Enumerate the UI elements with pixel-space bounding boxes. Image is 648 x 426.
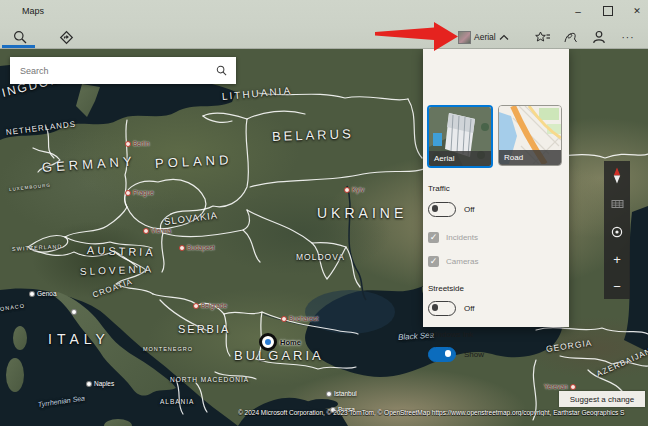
windows-ink-label: Windows Ink bbox=[428, 330, 473, 339]
account-button[interactable] bbox=[589, 27, 609, 47]
city-dot-icon bbox=[125, 190, 131, 196]
country-label: ALBANIA bbox=[160, 398, 194, 405]
aerial-view-option[interactable]: Aerial bbox=[427, 105, 493, 168]
favorites-button[interactable] bbox=[533, 27, 553, 47]
city-dot-icon bbox=[193, 303, 199, 309]
traffic-toggle[interactable] bbox=[428, 202, 456, 217]
city-label: Budapest bbox=[187, 244, 214, 251]
city-marker: Budapest bbox=[179, 244, 214, 251]
city-marker: Genoa bbox=[29, 290, 57, 297]
chevron-up-icon bbox=[499, 34, 509, 41]
incidents-checkbox-row[interactable]: ✓ Incidents bbox=[428, 232, 478, 243]
city-label: Naples bbox=[94, 380, 114, 387]
city-dot-icon bbox=[570, 384, 576, 390]
toolbar: Aerial ··· bbox=[0, 26, 648, 49]
city-marker: Berlin bbox=[125, 140, 150, 147]
city-marker: Belgrade bbox=[193, 302, 227, 309]
maximize-button[interactable] bbox=[593, 0, 623, 22]
locate-icon[interactable] bbox=[610, 225, 624, 239]
city-dot-icon bbox=[71, 309, 77, 315]
search-icon bbox=[13, 30, 27, 44]
title-bar: Maps bbox=[0, 0, 648, 26]
city-dot-icon bbox=[125, 141, 131, 147]
tilt-icon[interactable] bbox=[611, 199, 624, 209]
home-marker[interactable]: Home bbox=[259, 333, 301, 351]
map-views-flyout: Aerial Road Traffic Off ✓ Incidents ✓ Ca… bbox=[423, 48, 569, 327]
search-icon[interactable] bbox=[216, 65, 227, 76]
city-marker: Naples bbox=[86, 380, 114, 387]
aerial-thumbnail-label: Aerial bbox=[429, 151, 491, 166]
city-dot-icon bbox=[86, 381, 92, 387]
favorites-star-icon bbox=[535, 31, 551, 44]
windows-ink-toggle[interactable] bbox=[428, 347, 456, 362]
streetside-label: Streetside bbox=[428, 284, 464, 293]
city-label: Prague bbox=[133, 189, 154, 196]
city-marker: Istanbul bbox=[326, 390, 357, 397]
zoom-out-button[interactable]: − bbox=[613, 281, 621, 293]
suggest-a-change-button[interactable]: Suggest a change bbox=[559, 391, 645, 407]
streetside-toggle[interactable] bbox=[428, 301, 456, 316]
city-marker: Kyiv bbox=[344, 186, 364, 193]
city-label: Istanbul bbox=[334, 390, 357, 397]
city-dot-icon bbox=[179, 245, 185, 251]
city-label: Vienna bbox=[151, 227, 171, 234]
streetside-state: Off bbox=[464, 304, 475, 313]
compass-icon[interactable] bbox=[611, 167, 623, 184]
person-icon bbox=[592, 30, 606, 44]
app-title: Maps bbox=[22, 6, 44, 16]
city-dot-icon bbox=[326, 391, 332, 397]
cameras-checkbox-row[interactable]: ✓ Cameras bbox=[428, 256, 478, 267]
city-label: Yerevan bbox=[544, 383, 568, 390]
city-label: Berlin bbox=[133, 140, 150, 147]
city-marker: Yerevan bbox=[544, 383, 576, 390]
city-label: Genoa bbox=[37, 290, 57, 297]
city-label: Kyiv bbox=[352, 186, 364, 193]
cameras-checkbox[interactable]: ✓ bbox=[428, 256, 439, 267]
windows-ink-toolbar-button[interactable] bbox=[561, 27, 581, 47]
search-input[interactable] bbox=[10, 65, 216, 77]
country-label: MONTENEGRO bbox=[143, 346, 193, 352]
city-marker: Prague bbox=[125, 189, 154, 196]
zoom-in-button[interactable]: + bbox=[613, 254, 621, 266]
traffic-label: Traffic bbox=[428, 184, 450, 193]
map-views-button[interactable]: Aerial bbox=[458, 27, 509, 47]
city-marker: Bucharest bbox=[281, 315, 318, 322]
city-label: Belgrade bbox=[201, 302, 227, 309]
cameras-label: Cameras bbox=[446, 257, 478, 266]
search-tab-button[interactable] bbox=[10, 27, 30, 47]
home-label: Home bbox=[280, 338, 301, 347]
home-dot bbox=[259, 333, 277, 351]
aerial-mini-thumbnail-icon bbox=[458, 31, 471, 44]
incidents-label: Incidents bbox=[446, 233, 478, 242]
map-control-bar: + − bbox=[604, 161, 630, 299]
country-label: NORTH MACEDONIA bbox=[170, 376, 249, 383]
country-label: ITALY bbox=[48, 331, 110, 347]
country-label: SERBIA bbox=[178, 323, 230, 335]
city-dot-icon bbox=[281, 316, 287, 322]
incidents-checkbox[interactable]: ✓ bbox=[428, 232, 439, 243]
road-view-option[interactable]: Road bbox=[498, 105, 562, 166]
directions-button[interactable] bbox=[56, 27, 76, 47]
windows-ink-state: Show bbox=[464, 350, 484, 359]
close-button[interactable]: ✕ bbox=[622, 0, 648, 22]
map-attribution: © 2024 Microsoft Corporation, © 2023 Tom… bbox=[238, 409, 646, 416]
map-views-button-label: Aerial bbox=[474, 32, 496, 42]
more-button[interactable]: ··· bbox=[616, 27, 640, 47]
city-dot-icon bbox=[143, 228, 149, 234]
city-dot-icon bbox=[29, 291, 35, 297]
maximize-icon bbox=[603, 6, 613, 16]
country-label: BELARUS bbox=[272, 126, 354, 144]
search-box[interactable] bbox=[10, 57, 236, 84]
country-label: AUSTRIA bbox=[87, 244, 156, 258]
road-thumbnail-label: Road bbox=[499, 150, 561, 165]
city-label: Bucharest bbox=[289, 315, 318, 322]
active-tab-indicator bbox=[2, 45, 35, 48]
country-label: UKRAINE bbox=[317, 205, 407, 221]
ink-pen-icon bbox=[564, 31, 578, 44]
city-marker bbox=[71, 309, 79, 315]
minimize-button[interactable]: – bbox=[563, 0, 593, 22]
directions-icon bbox=[59, 30, 74, 45]
city-marker: Vienna bbox=[143, 227, 171, 234]
country-label: MOLDOVA bbox=[296, 252, 345, 262]
traffic-state: Off bbox=[464, 205, 475, 214]
